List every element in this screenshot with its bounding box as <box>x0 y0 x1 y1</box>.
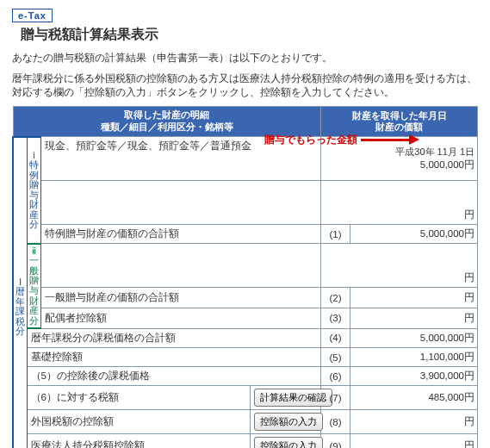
side-label-general: ⅱ一般贈与財産分 <box>27 244 40 328</box>
row-no-3: (3) <box>321 308 350 328</box>
row8-val: 円 <box>350 410 478 434</box>
row6-no: (6) <box>321 367 350 386</box>
row9-val: 円 <box>350 434 478 448</box>
row4-no: (4) <box>321 328 350 348</box>
row4-label: 暦年課税分の課税価格の合計額 <box>27 328 321 348</box>
row-no-2: (2) <box>321 288 350 308</box>
row9-label: 医療法人持分税額控除額 <box>27 434 251 448</box>
row8-no: (8) <box>321 410 350 434</box>
general-subtotal-label: 一般贈与財産の価額の合計額 <box>40 288 321 308</box>
row8-label: 外国税額の控除額 <box>27 410 251 434</box>
etax-badge: e-Tax <box>12 9 53 22</box>
spouse-deduction-val: 円 <box>350 308 478 328</box>
row6-val: 3,900,000円 <box>350 367 478 386</box>
row5-no: (5) <box>321 348 350 367</box>
calculation-table: 取得した財産の明細 種類／細目／利用区分・銘柄等 財産を取得した年月日 財産の価… <box>12 106 478 448</box>
deduction-input-button-1[interactable]: 控除額の入力 <box>254 413 323 431</box>
row5-val: 1,100,000円 <box>350 348 478 367</box>
general-subtotal-val: 円 <box>350 288 478 308</box>
spouse-deduction-label: 配偶者控除額 <box>40 308 321 328</box>
row9-no: (9) <box>321 434 350 448</box>
acquire-date: 平成30年 11月 1日 <box>325 146 474 159</box>
row5-label: 基礎控除額 <box>27 348 321 367</box>
description-line-1: あなたの贈与税額の計算結果（申告書第一表）は以下のとおりです。 <box>12 51 478 65</box>
special-empty-row <box>40 181 321 225</box>
side-label-nenkan: Ⅰ暦年課税分 <box>13 137 27 448</box>
description-line-2: 暦年課税分に係る外国税額の控除額のある方又は医療法人持分税額控除の特例の適用を受… <box>12 72 478 99</box>
general-empty-row <box>40 244 321 288</box>
special-subtotal-val: 5,000,000円 <box>350 225 478 244</box>
acquire-amount: 5,000,000円 <box>420 159 474 170</box>
calculation-table-wrap: 取得した財産の明細 種類／細目／利用区分・銘柄等 財産を取得した年月日 財産の価… <box>12 106 478 448</box>
page-title: 贈与税額計算結果表示 <box>21 26 478 44</box>
row7-label: （6）に対する税額 <box>27 386 251 410</box>
side-label-special: ⅰ特例贈与財産分 <box>27 137 40 244</box>
annotation-gift-amount-label: 贈与でもらった金額 <box>264 133 357 147</box>
row4-val: 5,000,000円 <box>350 328 478 348</box>
row6-label: （5）の控除後の課税価格 <box>27 367 321 386</box>
row-no-1: (1) <box>321 225 350 244</box>
special-empty-val: 円 <box>321 181 478 225</box>
deduction-input-button-2[interactable]: 控除額の入力 <box>254 437 323 448</box>
special-subtotal-label: 特例贈与財産の価額の合計額 <box>40 225 321 244</box>
annotation-arrow-icon <box>361 136 419 143</box>
row7-val: 485,000円 <box>350 386 478 410</box>
general-empty-val: 円 <box>321 244 478 288</box>
calc-confirm-button[interactable]: 計算結果の確認 <box>254 389 332 407</box>
